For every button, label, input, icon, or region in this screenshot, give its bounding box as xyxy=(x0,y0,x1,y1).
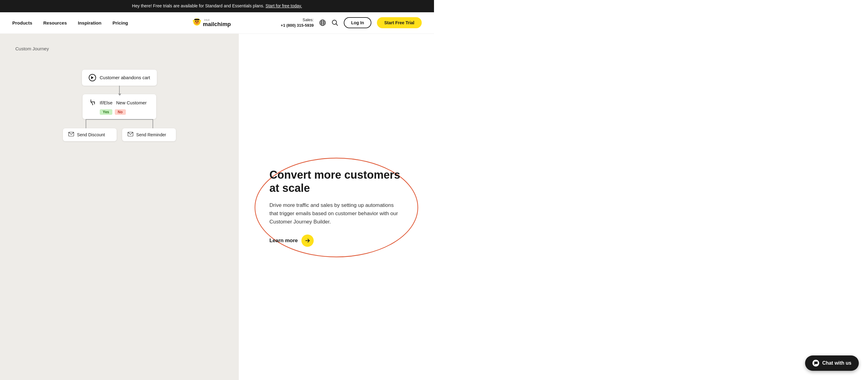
email-icon-1 xyxy=(68,132,74,137)
main-content: Custom Journey Customer abandons cart xyxy=(0,34,434,380)
sales-info: Sales: +1 (800) 315-5939 xyxy=(281,17,314,28)
learn-more-text: Learn more xyxy=(270,238,298,244)
action-cards-row: Send Discount Send Reminder xyxy=(61,128,178,141)
content-block: Convert more customers at scale Drive mo… xyxy=(251,162,422,253)
sales-label: Sales: xyxy=(281,17,314,23)
nav-right: Sales: +1 (800) 315-5939 Log In Start Fr… xyxy=(281,17,422,28)
search-icon xyxy=(332,19,338,26)
send-discount-card: Send Discount xyxy=(63,128,117,141)
nav-products[interactable]: Products xyxy=(12,20,32,26)
send-reminder-card: Send Reminder xyxy=(122,128,176,141)
header: Products Resources Inspiration Pricing i… xyxy=(0,12,434,34)
ifelse-sub: New Customer xyxy=(116,100,147,105)
mailchimp-logo-svg: intuit mailchimp xyxy=(191,16,243,29)
svg-point-6 xyxy=(199,20,201,22)
main-heading: Convert more customers at scale xyxy=(270,168,403,195)
start-trial-button[interactable]: Start Free Trial xyxy=(377,17,422,28)
branch-h-line xyxy=(86,119,153,120)
badge-yes: Yes xyxy=(100,109,112,115)
nav-left: Products Resources Inspiration Pricing xyxy=(12,20,128,26)
announcement-bar: Hey there! Free trials are available for… xyxy=(0,0,434,12)
svg-line-16 xyxy=(336,24,338,26)
play-icon xyxy=(89,74,96,81)
main-body: Drive more traffic and sales by setting … xyxy=(270,201,403,226)
branch-icon xyxy=(89,98,96,107)
journey-container: Customer abandons cart If/Else xyxy=(16,70,223,141)
svg-marker-17 xyxy=(91,76,94,79)
sales-phone: +1 (800) 315-5939 xyxy=(281,23,314,28)
learn-more-row[interactable]: Learn more xyxy=(270,234,403,247)
panel-label: Custom Journey xyxy=(16,46,223,51)
svg-point-3 xyxy=(197,21,198,22)
branch-right-vline xyxy=(153,119,153,128)
cart-abandon-card: Customer abandons cart xyxy=(82,70,157,86)
globe-icon-button[interactable] xyxy=(319,19,326,26)
svg-point-5 xyxy=(193,20,195,22)
ifelse-badges: Yes No xyxy=(100,109,150,115)
learn-more-arrow-button[interactable] xyxy=(301,234,314,247)
nav-resources[interactable]: Resources xyxy=(43,20,67,26)
send-reminder-label: Send Reminder xyxy=(136,132,166,137)
arrow-right-icon xyxy=(305,238,310,244)
ifelse-label: If/Else xyxy=(100,100,113,105)
branch-left-vline xyxy=(86,119,86,128)
announcement-link[interactable]: Start for free today. xyxy=(266,3,302,8)
announcement-text: Hey there! Free trials are available for… xyxy=(132,3,266,8)
right-panel: Convert more customers at scale Drive mo… xyxy=(239,34,434,380)
left-panel: Custom Journey Customer abandons cart xyxy=(0,34,239,380)
search-icon-button[interactable] xyxy=(332,19,338,26)
logo[interactable]: intuit mailchimp xyxy=(191,16,243,29)
ifelse-top: If/Else New Customer xyxy=(89,98,150,107)
arrow-connector-1 xyxy=(119,86,120,94)
ifelse-card: If/Else New Customer Yes No xyxy=(83,94,156,119)
send-discount-label: Send Discount xyxy=(77,132,105,137)
svg-point-4 xyxy=(196,22,198,23)
login-button[interactable]: Log In xyxy=(344,17,371,28)
svg-point-2 xyxy=(195,21,196,22)
cart-abandon-label: Customer abandons cart xyxy=(100,75,150,80)
email-icon-2 xyxy=(128,132,133,137)
nav-pricing[interactable]: Pricing xyxy=(112,20,128,26)
nav-inspiration[interactable]: Inspiration xyxy=(78,20,102,26)
branches-area: Send Discount Send Reminder xyxy=(61,119,178,141)
svg-rect-7 xyxy=(194,19,199,20)
badge-no: No xyxy=(115,109,126,115)
svg-text:mailchimp: mailchimp xyxy=(203,21,231,27)
globe-icon xyxy=(319,19,326,26)
